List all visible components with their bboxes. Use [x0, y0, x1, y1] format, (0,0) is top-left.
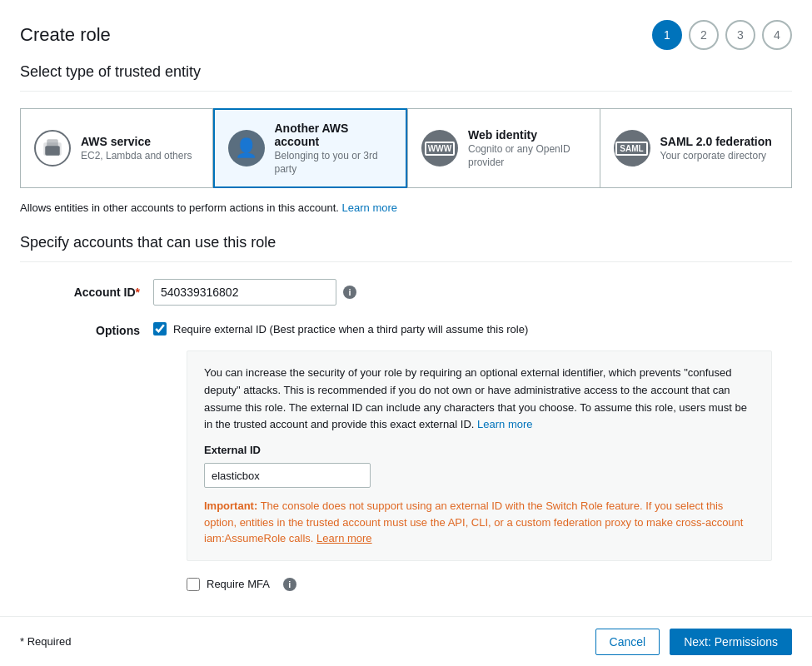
- required-note: * Required: [20, 635, 71, 648]
- account-id-info-icon[interactable]: i: [343, 286, 356, 299]
- saml-text: SAML 2.0 federation Your corporate direc…: [660, 135, 772, 162]
- warning-text: Important: The console does not support …: [204, 498, 755, 547]
- www-badge: WWW: [425, 142, 455, 156]
- require-mfa-checkbox[interactable]: [187, 578, 200, 591]
- account-id-label: Account ID*: [53, 286, 153, 299]
- svg-rect-1: [47, 140, 57, 147]
- section1-divider: [20, 91, 792, 92]
- section2-divider: [20, 261, 792, 262]
- require-external-id-checkbox[interactable]: [153, 322, 167, 335]
- saml-sublabel: Your corporate directory: [660, 150, 767, 162]
- entity-card-another-account[interactable]: 👤 Another AWS account Belonging to you o…: [213, 108, 408, 188]
- aws-service-icon: [34, 130, 71, 166]
- mfa-row: Require MFA i: [20, 578, 792, 591]
- external-id-section: External ID: [204, 444, 755, 488]
- aws-service-label: AWS service: [81, 135, 192, 148]
- learn-more-entity-link[interactable]: Learn more: [342, 201, 397, 214]
- section1-title: Select type of trusted entity: [20, 63, 792, 81]
- entity-card-web-identity[interactable]: WWW Web identity Cognito or any OpenID p…: [407, 108, 600, 188]
- account-icon: 👤: [228, 130, 265, 166]
- entity-card-saml[interactable]: SAML SAML 2.0 federation Your corporate …: [600, 108, 793, 188]
- saml-label: SAML 2.0 federation: [660, 135, 772, 148]
- svg-rect-2: [46, 147, 59, 155]
- web-identity-text: Web identity Cognito or any OpenID provi…: [468, 128, 586, 168]
- options-label: Options: [53, 322, 153, 337]
- learn-more-info-link[interactable]: Learn more: [477, 418, 532, 430]
- stepper: 1 2 3 4: [652, 20, 792, 50]
- account-id-row: Account ID* i: [20, 279, 792, 306]
- cancel-button[interactable]: Cancel: [595, 629, 660, 655]
- aws-service-sublabel: EC2, Lambda and others: [81, 150, 192, 162]
- another-account-sublabel: Belonging to you or 3rd party: [275, 150, 378, 175]
- step-1[interactable]: 1: [652, 20, 682, 50]
- entity-card-aws-service[interactable]: AWS service EC2, Lambda and others: [20, 108, 213, 188]
- step-4[interactable]: 4: [762, 20, 792, 50]
- external-id-input[interactable]: [204, 463, 371, 488]
- aws-service-text: AWS service EC2, Lambda and others: [81, 135, 192, 162]
- saml-icon: SAML: [614, 130, 650, 166]
- require-external-id-row: Require external ID (Best practice when …: [153, 322, 528, 335]
- web-identity-sublabel: Cognito or any OpenID provider: [468, 143, 570, 168]
- external-id-info-box: You can increase the security of your ro…: [187, 350, 772, 561]
- mfa-info-icon[interactable]: i: [283, 578, 296, 591]
- section2-title: Specify accounts that can use this role: [20, 234, 792, 251]
- next-button[interactable]: Next: Permissions: [670, 629, 792, 655]
- step-3[interactable]: 3: [725, 20, 755, 50]
- form-section: Account ID* i Options Require external I…: [20, 279, 792, 624]
- footer-buttons: Cancel Next: Permissions: [595, 629, 792, 655]
- entity-description: Allows entities in other accounts to per…: [20, 201, 792, 214]
- options-row: Options Require external ID (Best practi…: [20, 322, 792, 337]
- another-account-label: Another AWS account: [275, 122, 393, 148]
- entity-options: AWS service EC2, Lambda and others 👤 Ano…: [20, 108, 792, 188]
- another-account-text: Another AWS account Belonging to you or …: [275, 122, 393, 175]
- saml-badge: SAML: [615, 142, 647, 156]
- external-id-label: External ID: [204, 444, 755, 456]
- header-row: Create role 1 2 3 4: [20, 20, 792, 50]
- web-identity-icon: WWW: [421, 130, 458, 166]
- require-mfa-label[interactable]: Require MFA: [207, 578, 270, 590]
- person-icon: 👤: [235, 137, 257, 159]
- step-2[interactable]: 2: [689, 20, 719, 50]
- info-paragraph: You can increase the security of your ro…: [204, 365, 755, 434]
- require-external-id-label[interactable]: Require external ID (Best practice when …: [173, 323, 528, 335]
- account-id-input[interactable]: [153, 279, 336, 306]
- footer: * Required Cancel Next: Permissions: [0, 616, 812, 666]
- web-identity-label: Web identity: [468, 128, 586, 142]
- page-title: Create role: [20, 24, 111, 46]
